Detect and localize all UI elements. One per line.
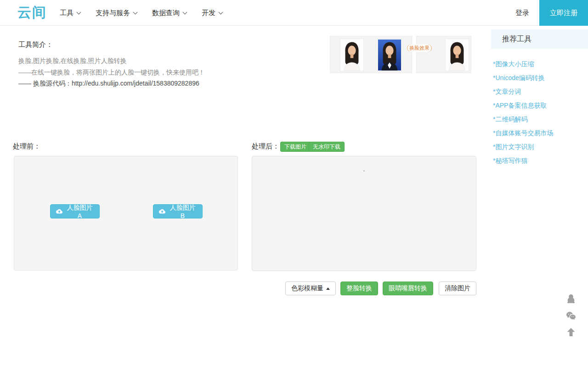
demo-input-panel: [330, 36, 412, 73]
chevron-down-icon: [219, 10, 223, 14]
before-label: 处理前：: [13, 142, 40, 151]
cloud-upload-icon: [159, 208, 165, 215]
chevron-down-icon: [183, 10, 187, 14]
nav-item-label: 数据查询: [152, 9, 180, 17]
sidebar-title: 推荐工具: [491, 29, 588, 49]
nav-right: 登录 立即注册: [515, 0, 588, 26]
color-blur-dropdown[interactable]: 色彩模糊量: [285, 282, 336, 295]
nav-item-tools[interactable]: 工具: [60, 9, 80, 17]
face-swap-tool-page: 云间 工具 支持与服务 数据查询 开发 登录 立即注册 工具简介：: [0, 0, 588, 368]
upload-face-b-button[interactable]: 人脸图片B: [153, 204, 203, 218]
portrait-white-bg-illustration: [446, 39, 469, 71]
demo-photo-a: [340, 39, 364, 71]
upload-face-a-button[interactable]: 人脸图片A: [50, 204, 100, 218]
intro-line-source-code: —— 换脸源代码：http://edu.shulijp.com/jdetail/…: [18, 78, 205, 89]
chevron-down-icon: [133, 10, 138, 14]
nav-item-data-query[interactable]: 数据查询: [152, 9, 187, 17]
clear-images-button[interactable]: 清除图片: [439, 282, 476, 295]
sidebar-link-image-compress[interactable]: *图像大小压缩: [493, 57, 588, 71]
wechat-contact-button[interactable]: [565, 310, 577, 321]
portrait-white-bg-illustration: [340, 39, 363, 71]
arrow-up-icon: [565, 327, 577, 338]
sidebar-link-app-record-info[interactable]: *APP备案信息获取: [493, 98, 588, 112]
register-button[interactable]: 立即注册: [539, 0, 588, 26]
intro-line-description: ——在线一键换脸，将两张图片上的人脸一键切换，快来使用吧！: [18, 67, 205, 78]
sidebar-link-text-segmentation[interactable]: *文章分词: [493, 85, 588, 98]
chevron-down-icon: [77, 10, 81, 14]
sidebar-link-mita-writing-cat[interactable]: *秘塔写作猫: [493, 154, 588, 167]
upload-face-b-label: 人脸图片B: [169, 204, 197, 219]
sidebar-link-unicode-convert[interactable]: *Unicode编码转换: [493, 71, 588, 85]
color-blur-dropdown-label: 色彩模糊量: [291, 284, 323, 293]
sidebar-link-list: *图像大小压缩 *Unicode编码转换 *文章分词 *APP备案信息获取 *二…: [491, 49, 588, 167]
nav-menu: 工具 支持与服务 数据查询 开发: [60, 0, 237, 26]
nav-item-label: 工具: [60, 9, 74, 17]
qq-contact-button[interactable]: [565, 293, 577, 305]
sidebar-link-media-account-market[interactable]: *自媒体账号交易市场: [493, 126, 588, 140]
after-label: 处理后：: [252, 142, 279, 151]
login-link[interactable]: 登录: [515, 9, 529, 17]
qq-penguin-icon: [565, 293, 577, 305]
navbar: 云间 工具 支持与服务 数据查询 开发 登录 立即注册: [0, 0, 588, 26]
nav-item-support[interactable]: 支持与服务: [96, 9, 137, 17]
nav-item-label: 开发: [202, 9, 215, 17]
cloud-upload-icon: [56, 208, 62, 215]
nav-item-develop[interactable]: 开发: [202, 9, 222, 17]
caret-up-icon: [326, 288, 330, 290]
nav-item-label: 支持与服务: [96, 9, 130, 17]
face-swap-effect-badge: 换脸效果: [407, 44, 432, 52]
demo-result-panel: [416, 36, 471, 73]
download-no-watermark-button[interactable]: 无水印下载: [309, 142, 345, 152]
back-to-top-button[interactable]: [565, 327, 577, 338]
controls-row: 色彩模糊量 整脸转换 眼睛嘴唇转换 清除图片: [0, 282, 476, 295]
eyes-lips-convert-button[interactable]: 眼睛嘴唇转换: [383, 282, 433, 295]
intro-line-keywords: 换脸,图片换脸,在线换脸,照片人脸转换: [18, 55, 205, 67]
demo-photo-b: [378, 39, 401, 71]
after-result-panel: [252, 156, 476, 271]
image-placeholder-dot: [363, 170, 365, 172]
sidebar-link-image-ocr[interactable]: *图片文字识别: [493, 140, 588, 154]
sidebar-link-qrcode-decode[interactable]: *二维码解码: [493, 112, 588, 126]
tool-intro-title: 工具简介：: [18, 40, 53, 49]
portrait-blue-bg-illustration: [378, 39, 401, 71]
before-drop-panel[interactable]: 人脸图片A 人脸图片B: [14, 156, 238, 270]
full-face-convert-button[interactable]: 整脸转换: [340, 282, 378, 295]
download-image-button[interactable]: 下载图片: [280, 142, 311, 152]
recommended-tools-sidebar: 推荐工具 *图像大小压缩 *Unicode编码转换 *文章分词 *APP备案信息…: [491, 29, 588, 167]
floating-action-bar: [564, 293, 578, 343]
site-logo[interactable]: 云间: [17, 0, 47, 26]
tool-intro-text: 换脸,图片换脸,在线换脸,照片人脸转换 ——在线一键换脸，将两张图片上的人脸一键…: [18, 55, 205, 89]
demo-photo-result: [445, 39, 469, 71]
upload-face-a-label: 人脸图片A: [66, 204, 94, 219]
wechat-icon: [565, 310, 577, 321]
